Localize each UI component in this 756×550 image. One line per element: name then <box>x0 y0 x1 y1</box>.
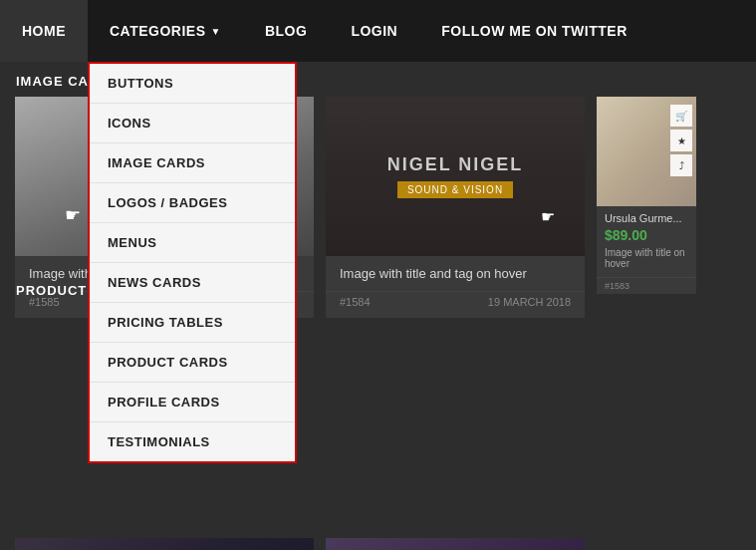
dropdown-item-buttons[interactable]: BUTTONS <box>90 64 295 104</box>
dropdown-item-logos-badges[interactable]: LOGOS / BADGES <box>90 183 295 223</box>
cursor-icon: ☛ <box>65 204 81 226</box>
card-right-price: $89.00 <box>597 227 696 247</box>
card-middle-date: 19 MARCH 2018 <box>488 296 571 308</box>
bottom-area: Wisteria L... Sound & Vision INDIGO VIOL… <box>0 538 756 550</box>
overlay-title: NIGEL NIGEL <box>387 154 524 175</box>
card-right: 🛒 ★ ⤴ Ursula Gurme... $89.00 Image with … <box>597 97 696 294</box>
dropdown-item-menus[interactable]: MENUS <box>90 223 295 263</box>
dropdown-item-profile-cards[interactable]: PROFILE CARDS <box>90 383 295 422</box>
nav-categories-label: CATEGORIES <box>110 23 206 39</box>
card-middle-overlay: NIGEL NIGEL Sound & Vision <box>326 97 585 256</box>
dropdown-item-pricing-tables[interactable]: PRICING TABLES <box>90 303 295 343</box>
nav-blog[interactable]: BLOG <box>243 0 329 62</box>
dropdown-item-product-cards[interactable]: PRODUCT CARDS <box>90 343 295 383</box>
navbar: HOME CATEGORIES ▼ BUTTONS ICONS IMAGE CA… <box>0 0 756 62</box>
star-button[interactable]: ★ <box>670 130 692 151</box>
dropdown-item-icons[interactable]: ICONS <box>90 104 295 143</box>
nav-categories[interactable]: CATEGORIES ▼ BUTTONS ICONS IMAGE CARDS L… <box>88 0 243 62</box>
share-button[interactable]: ⤴ <box>670 154 692 176</box>
card-middle-title: Image with title and tag on hover <box>326 256 585 287</box>
dropdown-item-image-cards[interactable]: IMAGE CARDS <box>90 143 295 183</box>
card-right-meta: #1583 <box>597 277 696 294</box>
cart-button[interactable]: 🛒 <box>670 105 692 127</box>
nav-twitter[interactable]: FOLLOW ME ON TWITTER <box>419 0 649 62</box>
card-middle-id: #1584 <box>340 296 371 308</box>
cursor-icon-middle: ☛ <box>541 207 555 226</box>
card-right-desc: Image with title on hover <box>597 247 696 273</box>
bottom-mid-overlay: INDIGO VIOLET WEB DESIGNER 'I'm killing … <box>326 538 585 550</box>
card-right-id: #1583 <box>605 281 630 291</box>
card-bottom-middle: INDIGO VIOLET WEB DESIGNER 'I'm killing … <box>326 538 585 550</box>
nav-login[interactable]: LOGIN <box>329 0 419 62</box>
card-middle-image: NIGEL NIGEL Sound & Vision ☛ <box>326 97 585 256</box>
nav-home[interactable]: HOME <box>0 0 88 62</box>
dropdown-item-testimonials[interactable]: TESTIMONIALS <box>90 422 295 461</box>
card-right-icon-buttons: 🛒 ★ ⤴ <box>670 105 692 176</box>
chevron-down-icon: ▼ <box>211 26 221 37</box>
categories-dropdown: BUTTONS ICONS IMAGE CARDS LOGOS / BADGES… <box>88 62 297 463</box>
card-middle: NIGEL NIGEL Sound & Vision ☛ Image with … <box>326 97 585 318</box>
card-middle-meta: #1584 19 MARCH 2018 <box>326 291 585 318</box>
card-right-name: Ursula Gurme... <box>597 206 696 227</box>
overlay-tag: Sound & Vision <box>397 181 513 198</box>
dropdown-item-news-cards[interactable]: NEWS CARDS <box>90 263 295 303</box>
card-right-image: 🛒 ★ ⤴ <box>597 97 696 206</box>
card-bottom-left: Wisteria L... Sound & Vision <box>15 538 314 550</box>
